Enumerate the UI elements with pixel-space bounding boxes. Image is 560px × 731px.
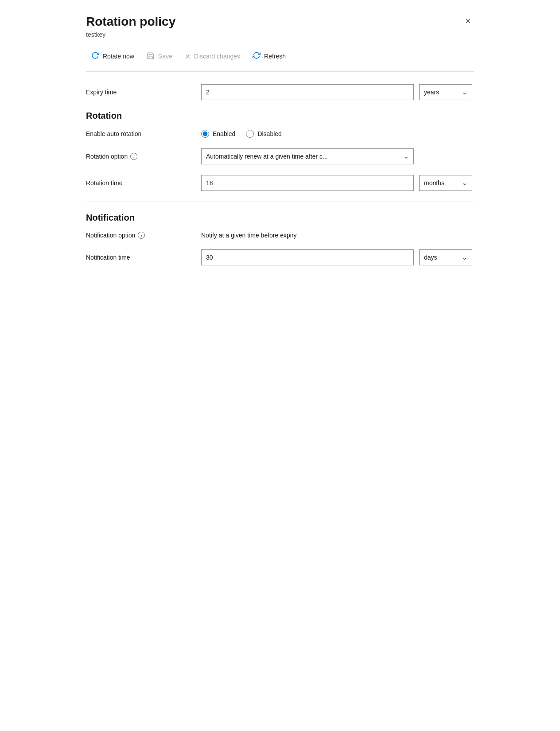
expiry-section: Expiry time days months years [86,84,474,100]
rotation-time-label: Rotation time [86,179,201,187]
notification-option-controls: Notify at a given time before expiry [201,232,474,239]
rotation-time-row: Rotation time days months years [86,175,474,191]
auto-rotation-radio-group: Enabled Disabled [201,130,282,138]
expiry-unit-select-wrapper[interactable]: days months years [419,84,472,100]
rotate-now-label: Rotate now [103,53,134,60]
rotate-icon [91,51,99,62]
panel-subtitle: testkey [86,31,175,38]
notification-heading: Notification [86,213,474,223]
refresh-icon [253,51,261,62]
rotation-time-unit-select-wrapper[interactable]: days months years [419,175,472,191]
notification-time-row: Notification time days months years [86,249,474,265]
disabled-radio-label: Disabled [257,130,281,137]
refresh-button[interactable]: Refresh [247,49,291,64]
expiry-row: Expiry time days months years [86,84,474,100]
expiry-controls: days months years [201,84,474,100]
auto-rotation-row: Enable auto rotation Enabled Disabled [86,130,474,138]
save-icon [147,52,155,61]
enabled-radio-label: Enabled [213,130,235,137]
enabled-radio-input[interactable] [201,130,209,138]
panel-header: Rotation policy testkey × [86,14,474,47]
rotation-option-info-icon: i [130,153,137,160]
discard-icon: ✕ [185,52,191,61]
rotation-section: Rotation Enable auto rotation Enabled Di… [86,111,474,191]
notification-section: Notification Notification option i Notif… [86,213,474,265]
toolbar: Rotate now Save ✕ Discard changes [86,49,474,72]
panel-title: Rotation policy [86,14,175,29]
rotation-option-select[interactable]: Automatically renew at a given time afte… [202,149,413,164]
rotation-option-select-wrapper[interactable]: Automatically renew at a given time afte… [201,148,414,164]
expiry-label: Expiry time [86,89,201,96]
notification-option-value: Notify at a given time before expiry [201,232,297,239]
close-button[interactable]: × [462,14,474,28]
rotation-option-label: Rotation option i [86,153,201,160]
notification-time-unit-select-wrapper[interactable]: days months years [419,249,472,265]
auto-rotation-controls: Enabled Disabled [201,130,474,138]
discard-label: Discard changes [194,53,240,60]
auto-rotation-label: Enable auto rotation [86,130,201,137]
disabled-radio-option[interactable]: Disabled [246,130,281,138]
enabled-radio-option[interactable]: Enabled [201,130,235,138]
rotation-time-unit-select[interactable]: days months years [420,175,472,191]
notification-option-row: Notification option i Notify at a given … [86,232,474,239]
notification-time-input[interactable] [201,249,414,265]
rotation-time-controls: days months years [201,175,474,191]
expiry-unit-select[interactable]: days months years [420,85,472,100]
notification-time-controls: days months years [201,249,474,265]
rotation-time-input[interactable] [201,175,414,191]
discard-button[interactable]: ✕ Discard changes [179,50,245,63]
section-divider [86,202,474,202]
save-label: Save [158,53,172,60]
rotation-policy-panel: Rotation policy testkey × Rotate now [72,0,488,294]
rotate-now-button[interactable]: Rotate now [86,49,140,64]
header-text-group: Rotation policy testkey [86,14,175,47]
rotation-option-row: Rotation option i Automatically renew at… [86,148,474,164]
notification-option-label: Notification option i [86,232,201,239]
notification-time-label: Notification time [86,254,201,261]
close-icon: × [465,16,471,26]
disabled-radio-input[interactable] [246,130,254,138]
refresh-label: Refresh [264,53,286,60]
notification-time-unit-select[interactable]: days months years [420,250,472,265]
notification-option-info-icon: i [138,232,145,239]
rotation-heading: Rotation [86,111,474,121]
rotation-option-controls: Automatically renew at a given time afte… [201,148,474,164]
expiry-value-input[interactable] [201,84,414,100]
save-button[interactable]: Save [141,49,178,64]
